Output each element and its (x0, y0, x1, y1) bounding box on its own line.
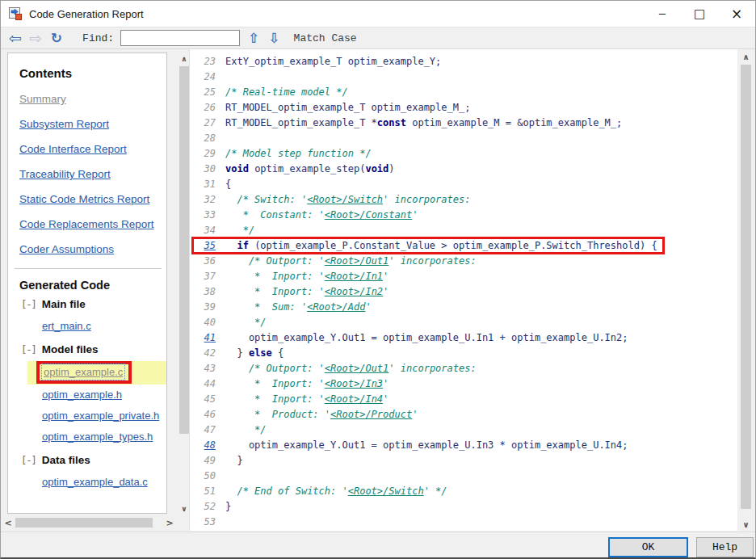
file-link-optim-example-h[interactable]: optim_example.h (42, 389, 122, 401)
code-text: * Inport: '<Root>/In2' (225, 284, 388, 300)
code-line: 39 * Sum: '<Root>/Add' (190, 300, 737, 315)
line-number: 53 (190, 515, 216, 530)
line-number: 51 (190, 484, 216, 499)
model-trace-link[interactable]: <Root>/Product (330, 409, 412, 420)
comment-text: */ (225, 225, 254, 236)
help-button[interactable]: Help (696, 537, 754, 557)
keyword: void (225, 163, 249, 174)
comment-text: ' */ (424, 485, 447, 497)
code-text: * Inport: '<Root>/In4' (225, 392, 388, 407)
toc-link-traceability-report[interactable]: Traceability Report (19, 168, 166, 180)
code-line: 50 (190, 469, 737, 484)
ok-button[interactable]: OK (608, 537, 688, 557)
model-trace-link[interactable]: <Root>/In4 (325, 393, 383, 405)
file-link-ert-main-c[interactable]: ert_main.c (42, 320, 91, 332)
scroll-up-icon[interactable]: ∧ (178, 53, 190, 65)
sidebar-horizontal-scrollbar[interactable]: < > (2, 517, 175, 528)
code-fragment: } (225, 347, 249, 359)
comment-text: /* Real-time model */ (225, 86, 348, 98)
model-trace-link[interactable]: <Root>/In3 (325, 378, 383, 389)
code-line: 43 /* Outport: '<Root>/Out1' incorporate… (190, 361, 737, 376)
line-number-link[interactable]: 35 (190, 238, 216, 254)
line-number: 44 (190, 376, 216, 392)
sidebar-vertical-scrollbar[interactable]: ∧ ∨ (178, 53, 190, 515)
line-number: 36 (190, 254, 216, 269)
toc-link-summary[interactable]: Summary (19, 93, 166, 105)
code-text: */ (225, 315, 267, 330)
code-fragment: { (272, 347, 284, 359)
scroll-up-icon[interactable]: ∧ (739, 50, 753, 63)
line-number: 26 (190, 100, 216, 116)
line-number: 46 (190, 407, 216, 422)
dialog-footer: OK Help (1, 532, 756, 558)
code-line: 32 /* Switch: '<Root>/Switch' incorporat… (190, 192, 737, 208)
collapse-toggle-icon[interactable]: [-] (21, 344, 36, 355)
code-fragment: { (225, 179, 231, 190)
toc-link-subsystem-report[interactable]: Subsystem Report (19, 118, 166, 130)
collapse-toggle-icon[interactable]: [-] (21, 455, 36, 466)
toc-link-static-code-metrics-report[interactable]: Static Code Metrics Report (19, 193, 166, 205)
toc-link-code-replacements-report[interactable]: Code Replacements Report (19, 218, 166, 230)
code-line: 40 */ (190, 315, 737, 330)
find-previous-icon[interactable]: ⇧ (248, 32, 259, 45)
tree-section-header: [-]Data files (21, 454, 166, 466)
comment-text: ' incorporates: (388, 363, 476, 374)
forward-icon[interactable]: ⇨ (29, 31, 42, 46)
model-trace-link[interactable]: <Root>/Switch (307, 194, 383, 205)
toc-link-list: SummarySubsystem ReportCode Interface Re… (16, 93, 166, 255)
comment-text: ' (412, 209, 418, 221)
model-trace-link[interactable]: <Root>/Out1 (325, 363, 388, 374)
find-next-icon[interactable]: ⇩ (268, 32, 279, 45)
tree-section-label: Model files (42, 343, 99, 355)
close-button[interactable]: × (718, 1, 755, 27)
line-number-link[interactable]: 48 (190, 438, 216, 453)
file-link-optim-example-c[interactable]: optim_example.c (44, 366, 123, 378)
code-line: 51 /* End of Switch: '<Root>/Switch' */ (190, 484, 737, 499)
collapse-toggle-icon[interactable]: [-] (21, 299, 36, 310)
code-text: /* Switch: '<Root>/Switch' incorporates: (225, 192, 470, 208)
model-trace-link[interactable]: <Root>/Add (307, 301, 365, 313)
scroll-down-icon[interactable]: ∨ (178, 502, 190, 515)
comment-text: * Product: ' (225, 409, 330, 420)
scrollbar-thumb[interactable] (741, 65, 751, 509)
keyword: if (237, 240, 248, 251)
scroll-down-icon[interactable]: ∨ (739, 518, 753, 531)
model-trace-link[interactable]: <Root>/Switch (348, 485, 424, 497)
code-text: { (225, 177, 231, 192)
scrollbar-thumb[interactable] (179, 66, 189, 434)
tree-section-header: [-]Model files (21, 343, 166, 355)
minimize-button[interactable]: ─ (644, 1, 681, 27)
code-text: * Inport: '<Root>/In1' (225, 269, 388, 284)
code-vertical-scrollbar[interactable]: ∧ ∨ (739, 50, 753, 531)
model-trace-link[interactable]: <Root>/In1 (325, 271, 383, 282)
code-text: */ (225, 422, 267, 438)
toc-link-code-interface-report[interactable]: Code Interface Report (19, 143, 166, 155)
keyword: const (377, 117, 406, 128)
tree-section-model-files: [-]Model filesoptim_example.coptim_examp… (16, 343, 166, 448)
code-fragment: (optim_example_P.Constant_Value > optim_… (249, 240, 657, 251)
model-trace-link[interactable]: <Root>/In2 (325, 286, 383, 297)
file-link-optim-example-data-c[interactable]: optim_example_data.c (42, 476, 148, 488)
generated-code-tree: [-]Main fileert_main.c[-]Model filesopti… (16, 298, 166, 493)
line-number: 42 (190, 346, 216, 361)
scrollbar-thumb[interactable] (15, 518, 153, 527)
find-input[interactable] (120, 30, 240, 46)
model-trace-link[interactable]: <Root>/Out1 (325, 255, 388, 267)
file-link-optim-example-private-h[interactable]: optim_example_private.h (42, 410, 159, 422)
model-trace-link[interactable]: <Root>/Constant (325, 209, 412, 221)
maximize-button[interactable]: □ (681, 1, 718, 27)
comment-text: ' (383, 271, 388, 282)
line-number: 24 (190, 69, 216, 85)
tree-section-header: [-]Main file (21, 298, 166, 310)
code-line: 28 (190, 131, 737, 146)
match-case-toggle[interactable]: Match Case (294, 32, 357, 44)
scroll-left-icon[interactable]: < (2, 518, 14, 528)
line-number-link[interactable]: 41 (190, 330, 216, 346)
comment-text: * Inport: ' (225, 286, 325, 297)
file-link-optim-example-types-h[interactable]: optim_example_types.h (42, 431, 153, 443)
scroll-right-icon[interactable]: > (164, 518, 175, 528)
toc-link-coder-assumptions[interactable]: Coder Assumptions (19, 243, 166, 255)
refresh-icon[interactable]: ↻ (51, 32, 62, 45)
code-text: void optim_example_step(void) (225, 162, 395, 177)
back-icon[interactable]: ⇦ (9, 31, 22, 46)
